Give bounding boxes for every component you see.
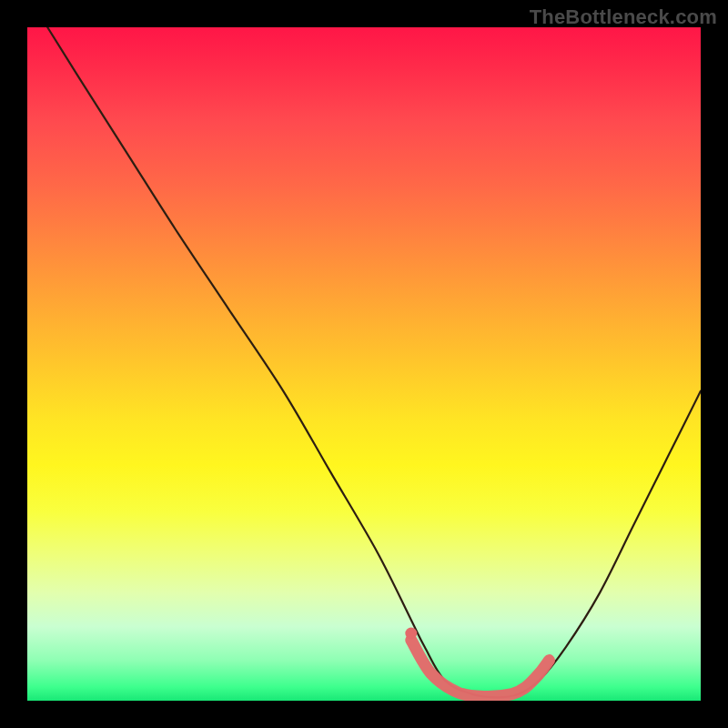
plot-svg: [27, 27, 701, 701]
chart-canvas: TheBottleneck.com: [0, 0, 728, 728]
plot-area: [27, 27, 701, 701]
highlight-segment: [411, 640, 550, 696]
bottleneck-curve: [47, 27, 701, 697]
attribution-label: TheBottleneck.com: [530, 5, 717, 29]
